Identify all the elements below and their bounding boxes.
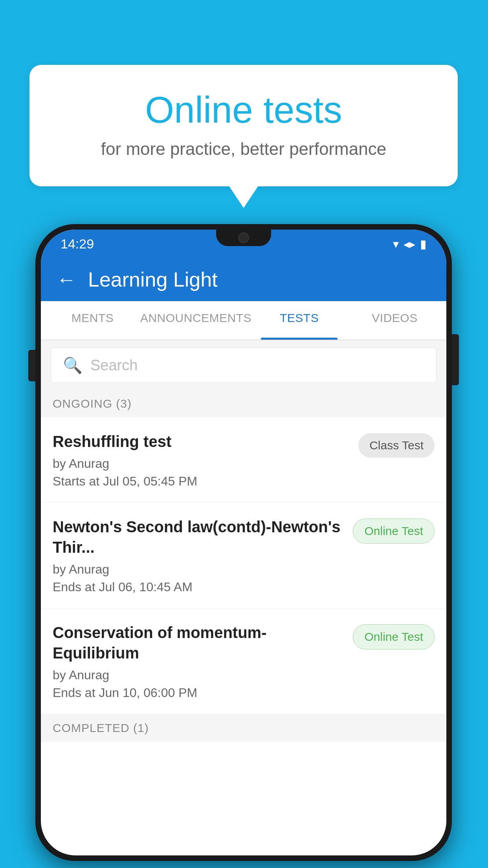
tab-videos[interactable]: VIDEOS bbox=[347, 301, 442, 340]
test-author: by Anurag bbox=[53, 456, 350, 471]
ongoing-section-header: ONGOING (3) bbox=[41, 390, 446, 417]
status-icons: ▾ ◂▸ ▮ bbox=[393, 237, 427, 251]
test-item[interactable]: Conservation of momentum-Equilibrium by … bbox=[41, 609, 446, 714]
phone-frame: 14:29 ▾ ◂▸ ▮ ← Learning Light MENTS ANNO… bbox=[35, 224, 452, 861]
search-bar[interactable]: 🔍 Search bbox=[51, 348, 437, 383]
promo-title: Online tests bbox=[61, 88, 426, 131]
test-badge-class: Class Test bbox=[358, 433, 435, 458]
test-badge-online: Online Test bbox=[353, 519, 435, 544]
phone-outer: 14:29 ▾ ◂▸ ▮ ← Learning Light MENTS ANNO… bbox=[35, 224, 452, 861]
signal-icon: ◂▸ bbox=[404, 237, 415, 251]
back-button[interactable]: ← bbox=[57, 268, 76, 291]
phone-camera bbox=[238, 232, 249, 243]
test-author: by Anurag bbox=[53, 562, 345, 577]
test-list: Reshuffling test by Anurag Starts at Jul… bbox=[41, 417, 446, 714]
test-name: Reshuffling test bbox=[53, 431, 350, 452]
tab-bar: MENTS ANNOUNCEMENTS TESTS VIDEOS bbox=[41, 301, 446, 340]
promo-subtitle: for more practice, better performance bbox=[61, 139, 426, 159]
promo-card: Online tests for more practice, better p… bbox=[29, 65, 458, 186]
test-info: Newton's Second law(contd)-Newton's Thir… bbox=[53, 517, 345, 594]
battery-icon: ▮ bbox=[420, 237, 427, 251]
search-container: 🔍 Search bbox=[41, 340, 446, 390]
wifi-icon: ▾ bbox=[393, 237, 399, 251]
app-title: Learning Light bbox=[88, 268, 218, 291]
search-placeholder: Search bbox=[90, 357, 138, 374]
tab-tests[interactable]: TESTS bbox=[251, 301, 347, 340]
completed-section-header: COMPLETED (1) bbox=[41, 714, 446, 742]
test-date: Ends at Jul 06, 10:45 AM bbox=[53, 580, 345, 594]
status-time: 14:29 bbox=[61, 236, 94, 252]
app-bar: ← Learning Light bbox=[41, 258, 446, 301]
test-item[interactable]: Newton's Second law(contd)-Newton's Thir… bbox=[41, 503, 446, 609]
test-item[interactable]: Reshuffling test by Anurag Starts at Jul… bbox=[41, 417, 446, 503]
test-date: Ends at Jun 10, 06:00 PM bbox=[53, 686, 345, 700]
test-badge-online: Online Test bbox=[353, 624, 435, 649]
phone-screen: 14:29 ▾ ◂▸ ▮ ← Learning Light MENTS ANNO… bbox=[41, 230, 446, 855]
search-icon: 🔍 bbox=[63, 356, 83, 375]
test-name: Newton's Second law(contd)-Newton's Thir… bbox=[53, 517, 345, 557]
tab-announcements[interactable]: ANNOUNCEMENTS bbox=[140, 301, 251, 340]
test-name: Conservation of momentum-Equilibrium bbox=[53, 622, 345, 663]
test-info: Conservation of momentum-Equilibrium by … bbox=[53, 622, 345, 700]
tab-ments[interactable]: MENTS bbox=[45, 301, 140, 340]
test-author: by Anurag bbox=[53, 668, 345, 682]
test-date: Starts at Jul 05, 05:45 PM bbox=[53, 474, 350, 489]
test-info: Reshuffling test by Anurag Starts at Jul… bbox=[53, 431, 350, 489]
